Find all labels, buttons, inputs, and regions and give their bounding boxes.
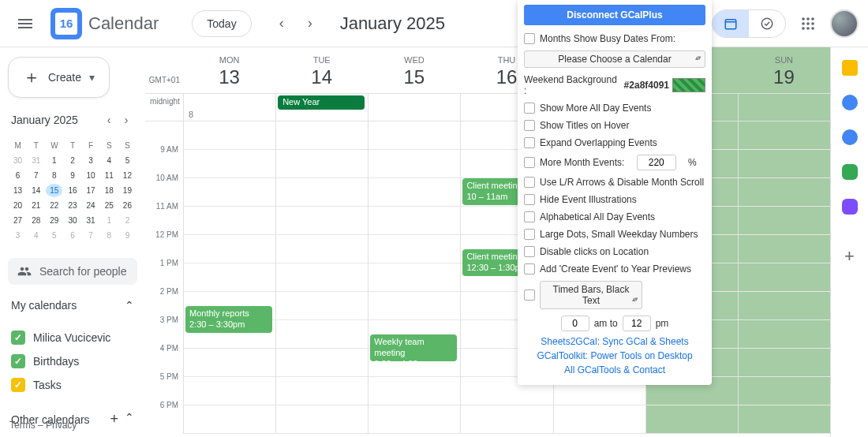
checkbox[interactable]: [524, 263, 535, 275]
weekend-bg-hex[interactable]: #2a8f4091: [624, 80, 669, 91]
calendar-checkbox[interactable]: [11, 354, 25, 368]
mini-day[interactable]: 31: [83, 214, 99, 227]
hours-from-input[interactable]: [561, 316, 589, 331]
mini-day[interactable]: 7: [28, 169, 44, 182]
mini-day[interactable]: 1: [101, 214, 118, 227]
mini-day[interactable]: 26: [119, 199, 136, 212]
disconnect-button[interactable]: Disconnect GCalPlus: [524, 5, 705, 25]
mini-day[interactable]: 3: [83, 154, 99, 167]
footer-links[interactable]: Terms – Privacy: [9, 420, 77, 431]
timed-bars-select[interactable]: Timed Bars, Black Text: [540, 281, 642, 309]
time-cell[interactable]: [368, 349, 460, 377]
time-cell[interactable]: [183, 320, 275, 349]
add-other-calendar-button[interactable]: +: [110, 411, 118, 428]
time-cell[interactable]: [275, 349, 368, 377]
time-cell[interactable]: [738, 320, 830, 349]
calendar-row[interactable]: Birthdays: [8, 349, 137, 373]
mini-next-button[interactable]: ›: [118, 112, 134, 128]
mini-day[interactable]: 11: [101, 169, 118, 182]
checkbox[interactable]: [524, 137, 535, 148]
mini-day[interactable]: 5: [46, 229, 62, 242]
hours-to-input[interactable]: [623, 316, 651, 331]
time-cell[interactable]: [368, 377, 460, 405]
time-cell[interactable]: [738, 377, 830, 405]
time-cell[interactable]: [738, 235, 830, 263]
time-cell[interactable]: [183, 235, 275, 263]
mini-day[interactable]: 28: [28, 214, 44, 227]
mini-day[interactable]: 3: [9, 229, 26, 242]
tasks-icon[interactable]: [842, 95, 858, 110]
time-cell[interactable]: [368, 121, 460, 150]
panel-link[interactable]: GCalToolkit: Power Tools on Desktop: [524, 349, 705, 363]
get-addons-button[interactable]: +: [844, 246, 855, 267]
allday-event[interactable]: New Year: [278, 95, 365, 110]
mini-day[interactable]: 22: [46, 199, 62, 212]
time-cell[interactable]: [275, 150, 368, 178]
time-cell[interactable]: [368, 207, 460, 235]
time-cell[interactable]: [275, 235, 368, 263]
main-menu-button[interactable]: [9, 8, 41, 39]
time-cell[interactable]: [275, 292, 368, 320]
time-cell[interactable]: [275, 320, 368, 349]
mini-day[interactable]: 4: [28, 229, 44, 242]
more-events-input[interactable]: [637, 155, 676, 170]
calendar-row[interactable]: Milica Vucicevic: [8, 326, 137, 349]
time-cell[interactable]: Monthly reports2:30 – 3:30pm: [183, 292, 275, 320]
mini-day[interactable]: 6: [9, 169, 26, 182]
time-cell[interactable]: [183, 377, 275, 405]
time-cell[interactable]: [183, 405, 275, 434]
mini-day[interactable]: 8: [101, 229, 118, 242]
addon-icon[interactable]: [842, 199, 858, 215]
time-cell[interactable]: [368, 235, 460, 263]
mini-day[interactable]: 1: [46, 154, 62, 167]
time-cell[interactable]: [738, 150, 830, 178]
mini-prev-button[interactable]: ‹: [101, 112, 117, 128]
time-cell[interactable]: [738, 292, 830, 320]
time-cell[interactable]: [275, 377, 368, 405]
maps-icon[interactable]: [842, 164, 858, 180]
time-cell[interactable]: [368, 150, 460, 178]
prev-period-button[interactable]: ‹: [269, 11, 294, 36]
mini-day[interactable]: 16: [64, 184, 80, 197]
next-period-button[interactable]: ›: [297, 11, 323, 36]
time-cell[interactable]: [183, 207, 275, 235]
mini-day[interactable]: 15: [46, 184, 62, 197]
mini-day[interactable]: 31: [28, 154, 44, 167]
calendar-view-button[interactable]: [713, 10, 749, 37]
mini-day[interactable]: 9: [64, 169, 80, 182]
calendar-row[interactable]: Tasks: [8, 373, 137, 397]
time-cell[interactable]: [738, 349, 830, 377]
time-cell[interactable]: Weekly team meeting3:30 – 4:30pm: [368, 320, 460, 349]
mini-day[interactable]: 20: [9, 199, 26, 212]
time-cell[interactable]: [460, 405, 552, 434]
mini-day[interactable]: 14: [28, 184, 44, 197]
mini-day[interactable]: 30: [64, 214, 80, 227]
mini-day[interactable]: 2: [64, 154, 80, 167]
mini-day[interactable]: 7: [83, 229, 99, 242]
time-cell[interactable]: [738, 263, 830, 292]
my-calendars-header[interactable]: My calendars⌃: [8, 293, 137, 318]
mini-day[interactable]: 8: [46, 169, 62, 182]
mini-day[interactable]: 9: [119, 229, 136, 242]
mini-day[interactable]: 13: [9, 184, 26, 197]
time-cell[interactable]: [183, 263, 275, 292]
time-cell[interactable]: [738, 405, 830, 434]
time-cell[interactable]: [553, 405, 645, 434]
day-header[interactable]: SUN19: [738, 47, 830, 93]
day-header[interactable]: WED15: [368, 47, 460, 93]
checkbox[interactable]: [524, 211, 535, 222]
mini-day[interactable]: 21: [28, 199, 44, 212]
mini-day[interactable]: 6: [64, 229, 80, 242]
time-cell[interactable]: [368, 405, 460, 434]
mini-day[interactable]: 4: [101, 154, 118, 167]
panel-link[interactable]: Sheets2GCal: Sync GCal & Sheets: [524, 334, 705, 349]
mini-day[interactable]: 5: [119, 154, 136, 167]
mini-day[interactable]: 27: [9, 214, 26, 227]
calendar-checkbox[interactable]: [11, 331, 25, 345]
tasks-view-button[interactable]: [749, 10, 785, 37]
time-cell[interactable]: [183, 178, 275, 207]
create-button[interactable]: ＋ Create ▾: [8, 57, 110, 98]
day-header[interactable]: TUE14: [275, 47, 368, 93]
time-cell[interactable]: [275, 121, 368, 150]
checkbox[interactable]: [524, 289, 535, 301]
